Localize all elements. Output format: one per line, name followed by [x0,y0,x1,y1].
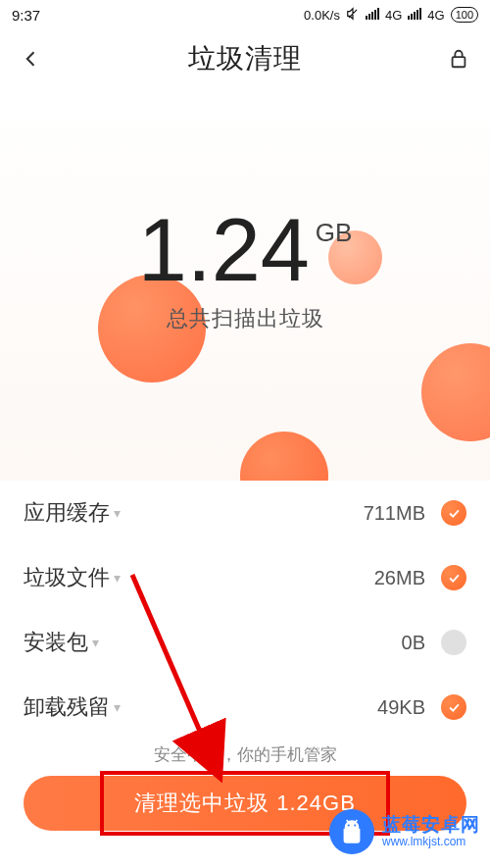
svg-rect-10 [453,57,466,67]
row-label: 应用缓存 [24,498,110,528]
svg-rect-3 [374,10,376,20]
watermark-title: 蓝莓安卓网 [382,814,480,836]
signal-icon-1 [366,8,379,23]
battery-indicator: 100 [451,7,478,23]
row-checkbox[interactable] [441,630,466,655]
list-row-junk-files[interactable]: 垃圾文件▾ 26MB [0,545,490,610]
row-size: 0B [402,632,425,654]
scan-total-unit: GB [316,218,353,248]
watermark-logo-icon [329,809,374,854]
watermark: 蓝莓安卓网 www.lmkjst.com [329,809,480,854]
chevron-down-icon: ▾ [114,505,121,521]
svg-rect-2 [371,12,373,20]
row-label: 卸载残留 [24,692,110,722]
row-label: 安装包 [24,628,88,657]
list-row-app-cache[interactable]: 应用缓存▾ 711MB [0,481,490,545]
chevron-down-icon: ▾ [114,699,121,715]
status-bar: 9:37 0.0K/s 4G 4G 100 [0,0,490,29]
row-checkbox[interactable] [441,500,466,526]
decor-bubble [421,343,490,441]
svg-rect-4 [377,8,379,20]
signal-icon-2 [408,8,421,23]
junk-list: 应用缓存▾ 711MB 垃圾文件▾ 26MB 安装包▾ 0B 卸载残留▾ 49K… [0,481,490,740]
signal-label-2: 4G [427,8,444,23]
chevron-down-icon: ▾ [92,635,99,650]
svg-rect-6 [411,14,413,20]
watermark-url: www.lmkjst.com [382,836,480,849]
scan-subtitle: 总共扫描出垃圾 [0,304,490,333]
back-button[interactable] [14,41,49,77]
list-row-install-packages[interactable]: 安装包▾ 0B [0,610,490,675]
svg-rect-7 [414,12,416,20]
list-row-uninstall-residue[interactable]: 卸载残留▾ 49KB [0,675,490,740]
chevron-down-icon: ▾ [114,570,121,586]
status-time: 9:37 [12,7,40,24]
signal-label-1: 4G [385,8,402,23]
lock-button[interactable] [441,41,476,77]
row-checkbox[interactable] [441,694,466,720]
svg-rect-5 [408,16,410,20]
scan-total-value: 1.24 [138,206,310,294]
row-size: 711MB [364,502,425,525]
row-checkbox[interactable] [441,565,466,590]
svg-point-12 [348,824,350,826]
row-label: 垃圾文件 [24,563,110,592]
net-speed: 0.0K/s [304,8,340,23]
silent-icon [346,7,360,24]
svg-point-13 [354,824,356,826]
title-bar: 垃圾清理 [0,29,490,88]
svg-rect-8 [416,10,418,20]
row-size: 26MB [374,567,425,589]
svg-rect-9 [419,8,421,20]
svg-rect-1 [368,14,370,20]
row-size: 49KB [377,696,425,719]
decor-bubble [240,432,328,481]
footer-hint: 安全中心，你的手机管家 [0,743,490,766]
page-title: 垃圾清理 [188,40,302,77]
svg-rect-0 [366,16,368,20]
scan-summary: 1.24GB 总共扫描出垃圾 [0,88,490,481]
